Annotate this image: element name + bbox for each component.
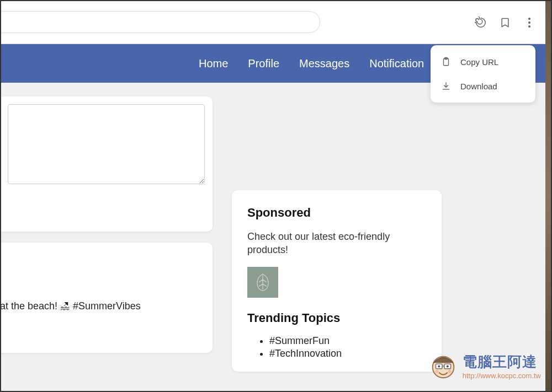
sponsored-heading: Sponsored [247,206,426,220]
trending-heading: Trending Topics [247,311,426,325]
toolbar-icons [475,17,535,29]
spiral-icon[interactable] [475,17,487,29]
watermark: 電腦王阿達 http://www.kocpc.com.tw [427,350,541,382]
context-menu: Copy URL Download [431,45,535,103]
watermark-logo-icon [427,350,459,382]
trending-item[interactable]: #SummerFun [269,335,426,347]
download-icon [440,80,452,92]
trending-list: #SummerFun #TechInnovation [247,335,426,359]
watermark-url: http://www.kocpc.com.tw [463,372,541,380]
nav-home[interactable]: Home [199,57,228,70]
browser-toolbar [0,0,552,44]
watermark-title: 電腦王阿達 [463,352,537,372]
sponsored-text: Check out our latest eco-friendly produc… [247,230,426,257]
trending-item[interactable]: #TechInnovation [269,348,426,359]
content-area: at the beach! 🏖 #SummerVibes Sponsored C… [0,83,552,392]
svg-point-6 [438,366,440,368]
svg-point-7 [446,366,448,368]
url-bar[interactable] [0,11,320,33]
svg-point-9 [448,370,451,373]
nav-profile[interactable]: Profile [248,57,279,70]
clipboard-icon [440,56,452,67]
svg-point-8 [435,370,438,373]
compose-card [0,96,213,232]
nav-messages[interactable]: Messages [299,57,349,70]
bookmark-icon[interactable] [499,17,511,29]
post-card: at the beach! 🏖 #SummerVibes [0,243,213,353]
menu-download[interactable]: Download [431,74,535,98]
right-edge-decor [545,0,552,392]
more-icon[interactable] [523,17,535,29]
sidebar-card: Sponsored Check out our latest eco-frien… [232,190,442,372]
sponsored-image[interactable] [247,267,278,298]
post-text: at the beach! 🏖 #SummerVibes [0,300,141,312]
menu-copy-url[interactable]: Copy URL [431,50,535,74]
nav-notifications[interactable]: Notification [369,57,424,70]
menu-download-label: Download [460,82,497,91]
compose-textarea[interactable] [8,104,205,184]
menu-copy-url-label: Copy URL [460,57,498,67]
